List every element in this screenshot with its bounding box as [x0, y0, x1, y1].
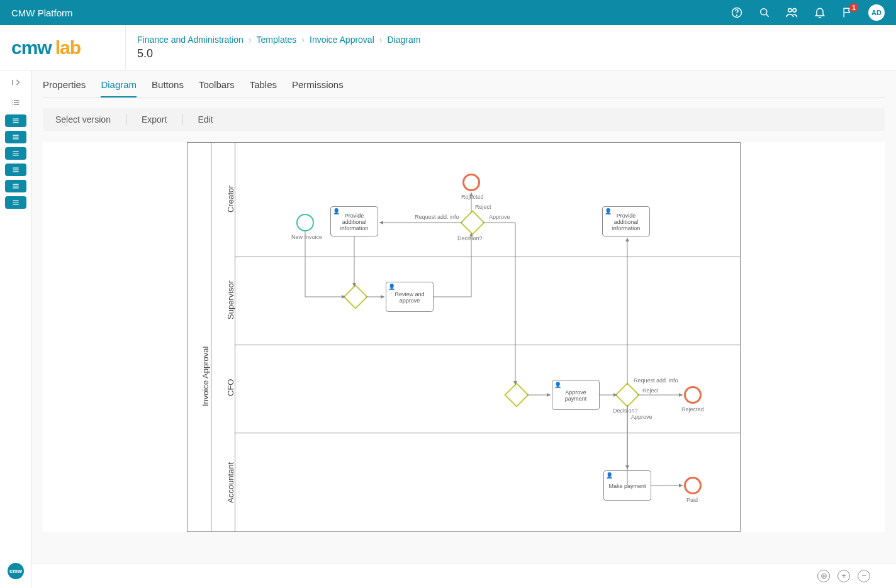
edit-button[interactable]: Edit [194, 113, 216, 126]
select-version-button[interactable]: Select version [52, 113, 115, 126]
app-title: CMW Platform [11, 8, 73, 18]
list-icon[interactable] [5, 96, 26, 109]
brand-icon[interactable]: cmw [8, 563, 24, 579]
tabs: Properties Diagram Buttons Toolbars Tabl… [43, 70, 885, 98]
diagram-toolbar: Select version Export Edit [43, 108, 885, 131]
crumb-2[interactable]: Invoice Approval [310, 35, 374, 45]
users-icon[interactable] [785, 6, 799, 19]
tab-toolbars[interactable]: Toolbars [199, 79, 235, 97]
svg-point-4 [793, 9, 797, 12]
tab-diagram[interactable]: Diagram [101, 79, 137, 97]
fit-icon[interactable]: ⊕ [817, 570, 830, 582]
logo[interactable]: cmwlab [0, 25, 126, 70]
svg-point-3 [788, 9, 792, 12]
export-button[interactable]: Export [138, 113, 171, 126]
svg-point-1 [737, 15, 737, 16]
tab-buttons[interactable]: Buttons [152, 79, 184, 97]
crumb-1[interactable]: Templates [257, 35, 297, 45]
tab-permissions[interactable]: Permissions [292, 79, 344, 97]
zoom-out-icon[interactable]: − [858, 570, 870, 582]
tab-tables[interactable]: Tables [250, 79, 277, 97]
help-icon[interactable] [730, 6, 744, 19]
avatar[interactable]: AD [868, 4, 885, 21]
nav-item-3[interactable] [5, 147, 26, 160]
bell-icon[interactable] [813, 6, 827, 19]
flag-icon[interactable]: 1 [841, 6, 854, 19]
crumb-3[interactable]: Diagram [387, 35, 420, 45]
zoom-in-icon[interactable]: + [837, 570, 850, 582]
notification-badge: 1 [849, 3, 858, 12]
svg-point-2 [761, 9, 767, 15]
nav-item-4[interactable] [5, 164, 26, 176]
nav-item-1[interactable] [5, 114, 26, 127]
nav-item-5[interactable] [5, 180, 26, 192]
page-version: 5.0 [137, 47, 420, 60]
breadcrumb: Finance and Administration› Templates› I… [137, 35, 420, 45]
crumb-0[interactable]: Finance and Administration [137, 35, 244, 45]
tab-properties[interactable]: Properties [43, 79, 86, 97]
nav-item-2[interactable] [5, 131, 26, 143]
search-icon[interactable] [758, 6, 771, 19]
collapse-icon[interactable] [5, 75, 26, 89]
diagram-canvas[interactable]: Invoice Approval Creator Supervisor CFO … [43, 142, 885, 532]
nav-item-6[interactable] [5, 196, 26, 209]
